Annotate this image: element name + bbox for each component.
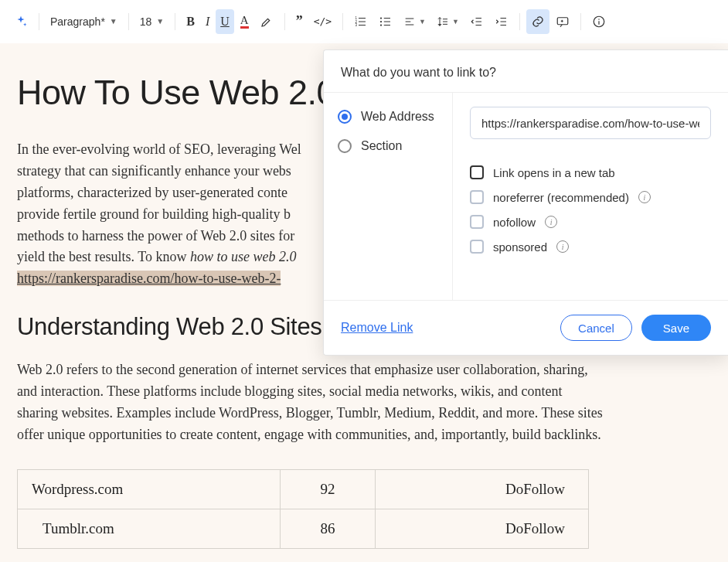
info-icon[interactable]: i bbox=[638, 191, 651, 203]
toolbar-divider bbox=[580, 13, 581, 30]
paragraph-style-label: Paragraph* bbox=[50, 15, 105, 28]
cell-site[interactable]: Wordpress.com bbox=[18, 469, 281, 509]
link-button[interactable] bbox=[526, 9, 549, 34]
italic-button[interactable]: I bbox=[201, 9, 214, 34]
underline-button[interactable]: U bbox=[216, 9, 234, 34]
sites-table: Wordpress.com 92 DoFollow Tumblr.com 86 … bbox=[17, 469, 589, 549]
svg-text:3: 3 bbox=[355, 23, 358, 27]
text-color-button[interactable]: A bbox=[236, 9, 253, 34]
toolbar-divider bbox=[128, 13, 129, 30]
svg-point-4 bbox=[380, 20, 382, 22]
svg-point-5 bbox=[380, 24, 382, 26]
chevron-down-icon: ▼ bbox=[110, 17, 117, 26]
toolbar-divider bbox=[175, 13, 175, 30]
line-spacing-button[interactable]: ▼ bbox=[432, 9, 464, 34]
dialog-heading: What do you want to link to? bbox=[324, 50, 728, 93]
info-icon[interactable]: i bbox=[556, 240, 569, 253]
link-target-radios: Web Address Section bbox=[324, 93, 453, 300]
table-row[interactable]: Wordpress.com 92 DoFollow bbox=[18, 469, 589, 509]
info-button[interactable] bbox=[587, 9, 611, 34]
radio-web-address[interactable]: Web Address bbox=[338, 110, 438, 124]
radio-icon bbox=[338, 139, 352, 153]
checkbox-nofollow[interactable]: nofollow i bbox=[470, 215, 711, 229]
radio-section[interactable]: Section bbox=[338, 139, 438, 153]
svg-point-8 bbox=[598, 19, 600, 20]
font-size-select[interactable]: 18 ▼ bbox=[135, 9, 168, 34]
cell-site[interactable]: Tumblr.com bbox=[18, 509, 281, 548]
checkbox-noreferrer[interactable]: noreferrer (recommended) i bbox=[470, 190, 711, 204]
cancel-button[interactable]: Cancel bbox=[560, 315, 632, 341]
checkbox-new-tab[interactable]: Link opens in a new tab bbox=[470, 165, 711, 179]
highlight-button[interactable] bbox=[255, 9, 278, 34]
info-icon[interactable]: i bbox=[545, 216, 557, 228]
comment-button[interactable] bbox=[551, 9, 574, 34]
editor-toolbar: Paragraph* ▼ 18 ▼ B I U A ” </> 123 ▼ ▼ bbox=[0, 0, 728, 43]
indent-button[interactable] bbox=[490, 9, 513, 34]
cell-type[interactable]: DoFollow bbox=[375, 509, 588, 548]
ordered-list-button[interactable]: 123 bbox=[349, 9, 373, 34]
toolbar-divider bbox=[519, 13, 520, 30]
radio-icon bbox=[338, 110, 352, 124]
table-row[interactable]: Tumblr.com 86 DoFollow bbox=[18, 509, 589, 548]
checkbox-icon bbox=[470, 165, 484, 179]
unordered-list-button[interactable] bbox=[374, 9, 397, 34]
toolbar-divider bbox=[284, 13, 285, 30]
toolbar-divider bbox=[39, 13, 39, 30]
checkbox-icon bbox=[470, 215, 484, 229]
svg-point-3 bbox=[380, 17, 382, 19]
ai-sparkle-icon[interactable] bbox=[9, 9, 32, 34]
toolbar-divider bbox=[342, 13, 343, 30]
outdent-button[interactable] bbox=[465, 9, 488, 34]
bold-button[interactable]: B bbox=[182, 9, 199, 34]
link-dialog: What do you want to link to? Web Address… bbox=[323, 49, 728, 356]
code-button[interactable]: </> bbox=[309, 9, 336, 34]
remove-link-button[interactable]: Remove Link bbox=[341, 321, 413, 335]
cell-da[interactable]: 86 bbox=[281, 509, 376, 548]
save-button[interactable]: Save bbox=[641, 315, 711, 341]
quote-button[interactable]: ” bbox=[291, 9, 308, 34]
cell-da[interactable]: 92 bbox=[281, 469, 376, 509]
chevron-down-icon: ▼ bbox=[156, 17, 164, 26]
selected-link[interactable]: https://rankersparadise.com/how-to-use-w… bbox=[17, 271, 281, 286]
checkbox-icon bbox=[470, 240, 484, 254]
paragraph-style-select[interactable]: Paragraph* ▼ bbox=[46, 9, 122, 34]
font-size-value: 18 bbox=[140, 15, 152, 28]
body-paragraph[interactable]: Web 2.0 refers to the second generation … bbox=[17, 359, 604, 446]
align-button[interactable]: ▼ bbox=[399, 9, 430, 34]
checkbox-icon bbox=[470, 190, 484, 204]
cell-type[interactable]: DoFollow bbox=[375, 469, 588, 509]
url-input[interactable] bbox=[470, 107, 711, 139]
checkbox-sponsored[interactable]: sponsored i bbox=[470, 240, 711, 254]
